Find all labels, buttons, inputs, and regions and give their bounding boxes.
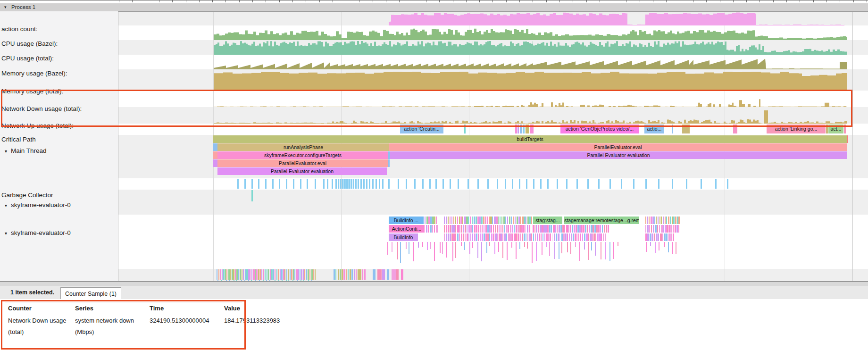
trace-span[interactable]: action 'Linking go... (767, 125, 826, 133)
trace-span[interactable] (348, 269, 349, 280)
trace-span[interactable] (570, 242, 571, 254)
trace-span[interactable] (455, 225, 456, 233)
gc-event-tick[interactable] (376, 179, 377, 189)
trace-span[interactable] (606, 225, 607, 233)
gc-event-tick[interactable] (372, 179, 374, 189)
trace-span[interactable] (453, 217, 454, 224)
trace-span[interactable] (557, 225, 558, 233)
trace-span[interactable] (465, 225, 466, 233)
trace-span[interactable]: Parallel Evaluator evaluation (217, 167, 387, 175)
memory-usage-bazel-chart[interactable] (0, 55, 868, 69)
trace-span[interactable]: runAnalysisPhase (217, 143, 389, 151)
gc-event-tick[interactable] (293, 179, 294, 189)
trace-span[interactable] (275, 269, 275, 280)
trace-span[interactable] (646, 242, 647, 252)
trace-span[interactable] (524, 217, 525, 224)
trace-span[interactable] (536, 242, 537, 261)
trace-span[interactable] (605, 242, 606, 259)
trace-span[interactable] (595, 242, 596, 256)
trace-span[interactable] (495, 233, 497, 241)
trace-span[interactable] (400, 242, 401, 263)
trace-span[interactable] (448, 233, 449, 241)
trace-span[interactable] (593, 233, 595, 241)
trace-span[interactable] (588, 233, 589, 241)
trace-span[interactable] (499, 233, 500, 241)
trace-span[interactable] (595, 233, 596, 241)
trace-span[interactable] (444, 233, 445, 241)
trace-span[interactable] (522, 217, 523, 224)
trace-span[interactable] (602, 225, 603, 233)
trace-span[interactable] (453, 233, 455, 241)
trace-span[interactable] (464, 217, 466, 224)
trace-span[interactable] (647, 217, 648, 224)
trace-span[interactable] (388, 159, 390, 167)
trace-span[interactable] (525, 225, 526, 233)
trace-span[interactable] (659, 225, 660, 233)
trace-span[interactable] (571, 233, 572, 241)
gc-event-tick[interactable] (340, 179, 341, 189)
trace-span[interactable] (406, 242, 407, 249)
trace-span[interactable] (491, 233, 492, 241)
gc-event-tick[interactable] (369, 179, 370, 189)
gc-event-tick[interactable] (265, 179, 267, 189)
trace-span[interactable] (552, 233, 553, 241)
gc-event-tick[interactable] (335, 179, 337, 189)
trace-span[interactable] (651, 217, 652, 224)
trace-span[interactable] (660, 233, 662, 241)
trace-span[interactable] (536, 225, 537, 233)
trace-span[interactable] (409, 242, 409, 254)
trace-span[interactable] (597, 233, 599, 241)
trace-span[interactable] (550, 233, 551, 241)
trace-span[interactable] (377, 269, 382, 280)
trace-span[interactable] (572, 225, 573, 233)
trace-span[interactable] (561, 242, 562, 253)
trace-span[interactable] (501, 225, 501, 233)
trace-span[interactable] (430, 225, 431, 233)
sidebar-item-action-count[interactable]: action count: (1, 25, 38, 33)
gc-event-tick[interactable] (353, 179, 354, 189)
trace-span[interactable] (574, 225, 575, 233)
trace-span[interactable] (547, 225, 549, 233)
trace-span[interactable] (230, 269, 231, 280)
gc-event-tick[interactable] (658, 179, 659, 189)
trace-span[interactable] (480, 225, 481, 233)
trace-span[interactable] (508, 225, 509, 233)
trace-span[interactable] (645, 217, 646, 224)
trace-span[interactable] (603, 233, 604, 241)
trace-span[interactable] (436, 217, 437, 224)
trace-span[interactable] (401, 269, 403, 280)
trace-span[interactable] (392, 242, 392, 252)
gc-event-tick[interactable] (587, 179, 589, 189)
process-header[interactable]: ▾ Process 1 (0, 3, 868, 12)
trace-span[interactable] (303, 269, 304, 280)
expand-arrow-icon[interactable]: ▾ (5, 149, 7, 154)
gc-event-tick[interactable] (557, 179, 558, 189)
trace-span[interactable] (529, 233, 531, 241)
trace-span[interactable] (513, 217, 514, 224)
trace-span[interactable] (531, 233, 532, 241)
trace-span[interactable] (553, 225, 554, 233)
sidebar-item-cpu-usage-total[interactable]: CPU usage (total): (1, 55, 54, 62)
trace-span[interactable] (434, 225, 435, 233)
trace-span[interactable]: ParallelEvaluator.eval (389, 143, 847, 151)
trace-span[interactable]: buildTargets (213, 135, 847, 143)
trace-span[interactable] (218, 269, 219, 280)
trace-span[interactable] (444, 217, 445, 224)
trace-span[interactable]: Parallel Evaluator evaluation (390, 151, 847, 159)
gc-event-tick[interactable] (315, 179, 316, 189)
trace-span[interactable] (500, 217, 501, 224)
trace-span[interactable] (527, 233, 528, 241)
gc-event-tick[interactable] (512, 179, 513, 189)
trace-span[interactable] (296, 269, 298, 280)
gc-event-tick[interactable] (379, 179, 380, 189)
gc-event-tick[interactable] (382, 179, 384, 189)
trace-span[interactable] (495, 225, 496, 233)
trace-span[interactable] (382, 269, 385, 280)
trace-span[interactable]: ParallelEvaluator.eval (217, 159, 388, 167)
trace-span[interactable] (517, 125, 519, 133)
trace-span[interactable] (460, 217, 462, 224)
trace-span[interactable] (338, 269, 339, 280)
trace-span[interactable] (300, 269, 301, 280)
trace-span[interactable] (334, 269, 335, 280)
trace-span[interactable] (364, 269, 366, 280)
